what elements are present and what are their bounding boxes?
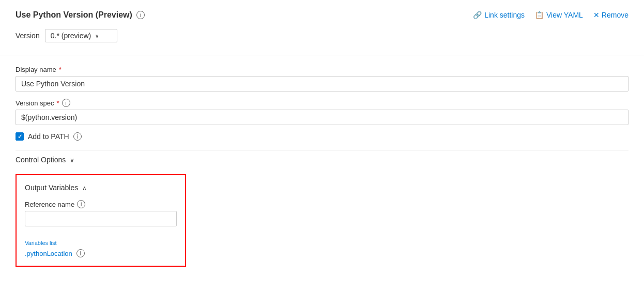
control-options-chevron-icon: [70, 156, 74, 164]
version-spec-required: *: [56, 99, 59, 107]
reference-name-label: Reference name: [25, 201, 74, 208]
view-yaml-button[interactable]: 📋 View YAML: [535, 11, 583, 19]
link-settings-label: Link settings: [484, 11, 525, 19]
variable-item: .pythonLocation i: [25, 249, 177, 257]
add-to-path-label: Add to PATH: [28, 132, 69, 141]
display-name-field: Display name *: [16, 66, 628, 91]
version-spec-info-icon[interactable]: i: [62, 99, 70, 107]
display-name-input[interactable]: [16, 76, 628, 91]
title-info-icon[interactable]: i: [136, 11, 145, 19]
version-chevron-icon: ∨: [95, 33, 99, 39]
control-options-label: Control Options: [16, 156, 66, 164]
version-value: 0.* (preview): [51, 32, 91, 40]
variables-list-label: Variables list: [25, 240, 177, 246]
output-variables-section: Output Variables Reference name i Variab…: [16, 174, 186, 267]
version-spec-field: Version spec * i: [16, 99, 628, 125]
reference-name-info-icon[interactable]: i: [77, 200, 85, 208]
remove-icon: ✕: [593, 11, 600, 19]
reference-name-input[interactable]: [25, 211, 177, 226]
yaml-icon: 📋: [535, 11, 544, 19]
page-title: Use Python Version (Preview): [16, 10, 132, 20]
link-settings-button[interactable]: 🔗 Link settings: [473, 11, 525, 19]
remove-button[interactable]: ✕ Remove: [593, 11, 628, 19]
display-name-required: *: [59, 66, 62, 73]
version-spec-label: Version spec: [16, 99, 54, 107]
output-variables-label: Output Variables: [25, 183, 78, 192]
display-name-label: Display name: [16, 66, 56, 73]
view-yaml-label: View YAML: [546, 11, 583, 19]
remove-label: Remove: [602, 11, 628, 19]
output-variables-header[interactable]: Output Variables: [25, 183, 177, 192]
check-icon: ✓: [18, 133, 22, 140]
link-icon: 🔗: [473, 11, 482, 19]
control-options-section[interactable]: Control Options: [16, 150, 628, 169]
variable-name: .pythonLocation: [25, 250, 72, 257]
variable-info-icon[interactable]: i: [76, 249, 85, 257]
add-to-path-info-icon[interactable]: i: [73, 132, 82, 141]
version-label: Version: [16, 32, 40, 40]
version-spec-input[interactable]: [16, 110, 628, 125]
reference-name-field: Reference name i: [25, 200, 177, 233]
add-to-path-row: ✓ Add to PATH i: [16, 132, 628, 141]
add-to-path-checkbox[interactable]: ✓: [16, 132, 24, 141]
version-dropdown[interactable]: 0.* (preview) ∨: [45, 29, 117, 42]
output-variables-chevron-icon: [82, 183, 87, 192]
